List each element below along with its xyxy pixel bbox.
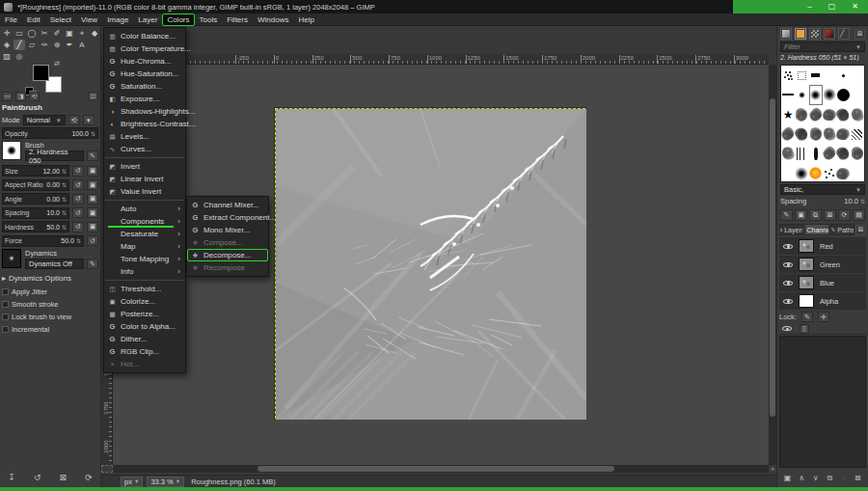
reset-icon[interactable]: ↺ [72, 207, 84, 218]
brush-cell-tex[interactable] [795, 105, 808, 124]
checkbox-apply-jitter[interactable]: Apply Jitter [2, 287, 98, 296]
colors-menu-item-brightness-contrast[interactable]: ◐Brightness-Contrast... [104, 118, 185, 130]
quick-mask-toggle[interactable] [101, 465, 113, 473]
new-brush-icon[interactable]: ▣ [795, 209, 807, 221]
menu-select[interactable]: Select [45, 14, 76, 26]
link-to-brush-icon[interactable]: ▣ [87, 194, 98, 205]
brush-cell-blank[interactable] [851, 163, 864, 182]
aspect-ratio-slider[interactable]: Aspect Ratio0.00⇅ [2, 179, 69, 191]
channel-list-empty-area[interactable] [779, 336, 866, 468]
brush-cell-star[interactable] [781, 105, 795, 124]
brush-cell-tex5[interactable] [781, 144, 795, 163]
free-select-tool-icon[interactable]: ◯ [26, 28, 38, 39]
edit-brush-button[interactable]: ✎ [87, 150, 98, 161]
brush-cell-tex2[interactable] [781, 124, 795, 144]
colors-menu-item-shadows-highlights[interactable]: ◑Shadows-Highlights... [104, 105, 185, 118]
brush-cell-tex3[interactable] [836, 163, 850, 182]
reset-icon[interactable]: ↺ [72, 222, 84, 232]
link-to-brush-icon[interactable]: ▣ [87, 166, 98, 177]
size-slider[interactable]: Size12.00⇅ [2, 165, 69, 177]
checkbox-lock-brush-to-view[interactable]: Lock brush to view [2, 313, 98, 321]
spinner-icon[interactable]: ⇅ [62, 196, 67, 203]
eye-icon[interactable] [782, 324, 792, 334]
dynamics-select[interactable]: Dynamics Off [25, 259, 84, 269]
configure-tab-icon[interactable]: ⊡ [88, 92, 98, 101]
brush-cell-specks[interactable] [823, 163, 836, 182]
unified-transform-tool-icon[interactable]: ⌖ [76, 28, 88, 39]
hardness-slider[interactable]: Hardness50.0⇅ [2, 221, 69, 232]
close-dock-icon[interactable]: ⊠ [855, 225, 866, 235]
channel-row-alpha[interactable]: Alpha [779, 292, 866, 311]
dock-tab-gradients-icon[interactable] [824, 28, 835, 40]
checkbox-icon[interactable] [2, 288, 9, 295]
tab-channels[interactable]: ▤Channels [804, 224, 828, 235]
link-icon[interactable]: ▯ [800, 324, 809, 334]
force-slider[interactable]: Force50.0⇅ [2, 235, 84, 247]
colors-menu-item-dither[interactable]: GDither... [104, 333, 185, 345]
bucket-fill-tool-icon[interactable]: ◈ [1, 40, 13, 50]
brush-cell-blank[interactable] [823, 66, 836, 85]
tool-options-tab-icon[interactable]: ▭ [2, 92, 13, 101]
menu-tools[interactable]: Tools [195, 14, 223, 26]
checkbox-icon[interactable] [2, 314, 9, 320]
dynamics-thumbnail[interactable]: ✴ [2, 249, 21, 268]
close-dock-icon[interactable]: ⊠ [854, 29, 865, 40]
tab-paths[interactable]: ∿Paths [830, 224, 854, 235]
swap-colors-icon[interactable]: ⇄ [54, 60, 60, 68]
move-tool-icon[interactable]: ✛ [1, 28, 13, 39]
delete-channel-icon[interactable]: ⊠ [852, 472, 864, 484]
opacity-slider[interactable]: Opacity 100.0 ⇅ [2, 127, 98, 139]
colors-menu-item-info[interactable]: Info› [104, 265, 185, 278]
duplicate-channel-icon[interactable]: ⧉ [824, 472, 836, 484]
menu-layer[interactable]: Layer [133, 14, 162, 26]
brush-cell-bar[interactable] [809, 66, 823, 85]
duplicate-brush-icon[interactable]: ⧉ [809, 209, 822, 221]
colors-menu-item-levels[interactable]: ▤Levels... [104, 130, 185, 143]
colors-menu-item-auto[interactable]: Auto› [104, 203, 185, 215]
vertical-scrollbar[interactable] [769, 65, 776, 465]
colors-menu-item-curves[interactable]: ∿Curves... [104, 143, 185, 155]
brush-cell-tex2[interactable] [823, 144, 836, 163]
spinner-icon[interactable]: ⇅ [62, 209, 67, 216]
colors-menu-item-saturation[interactable]: GSaturation... [104, 80, 185, 93]
spinner-icon[interactable]: ⇅ [76, 237, 81, 244]
brush-cell-hatch[interactable] [851, 124, 864, 144]
minimize-button[interactable]: – [807, 0, 811, 14]
tab-layers[interactable]: ≡Layers [779, 224, 803, 235]
paintbrush-tool-icon[interactable]: ╱ [14, 40, 25, 50]
airbrush-tool-icon[interactable]: ✑ [39, 40, 50, 50]
brush-cell-blank[interactable] [781, 163, 795, 182]
undo-history-tab-icon[interactable]: ⟲ [29, 92, 40, 101]
components-item-mono-mixer[interactable]: GMono Mixer... [187, 224, 268, 236]
brush-cell-tex[interactable] [809, 124, 823, 144]
spacing-slider[interactable]: Spacing10.0⇅ [2, 207, 69, 219]
colors-menu-item-hue-saturation[interactable]: GHue-Saturation... [104, 68, 185, 80]
link-to-brush-icon[interactable]: ▣ [87, 207, 98, 218]
brush-thumbnail[interactable] [2, 141, 21, 160]
menu-file[interactable]: File [0, 14, 22, 26]
channel-row-green[interactable]: Green [779, 256, 866, 274]
channel-to-selection-icon[interactable]: ▫ [837, 472, 850, 484]
checkbox-icon[interactable] [2, 326, 9, 333]
colors-menu-item-colorize[interactable]: ▣Colorize... [104, 295, 185, 308]
components-item-channel-mixer[interactable]: GChannel Mixer... [187, 199, 268, 211]
scissors-select-tool-icon[interactable]: ✂ [39, 28, 50, 39]
dock-tab-brushes-icon[interactable] [795, 28, 806, 40]
raise-channel-icon[interactable]: ∧ [796, 472, 808, 484]
checkbox-incremental[interactable]: Incremental [2, 325, 98, 334]
warp-transform-tool-icon[interactable]: ◆ [89, 28, 100, 39]
open-brush-as-image-icon[interactable]: ▤ [853, 209, 865, 221]
eraser-tool-icon[interactable]: ▱ [26, 40, 38, 50]
colors-menu-item-value-invert[interactable]: ◩Value Invert [104, 185, 185, 198]
new-channel-icon[interactable]: ▣ [781, 472, 794, 484]
brush-cell-line[interactable] [781, 85, 795, 104]
checkbox-icon[interactable] [2, 301, 9, 308]
save-tool-preset-icon[interactable]: ↧ [4, 471, 19, 483]
edit-dynamics-button[interactable]: ✎ [87, 259, 98, 269]
colors-menu-item-color-temperature[interactable]: ▨Color Temperature... [104, 42, 185, 55]
eye-icon[interactable] [783, 296, 793, 306]
close-button[interactable]: ✕ [852, 0, 858, 14]
colors-menu-item-hue-chroma[interactable]: GHue-Chroma... [104, 55, 185, 68]
lower-channel-icon[interactable]: ∨ [809, 472, 822, 484]
brush-cell-spray[interactable] [781, 66, 795, 85]
